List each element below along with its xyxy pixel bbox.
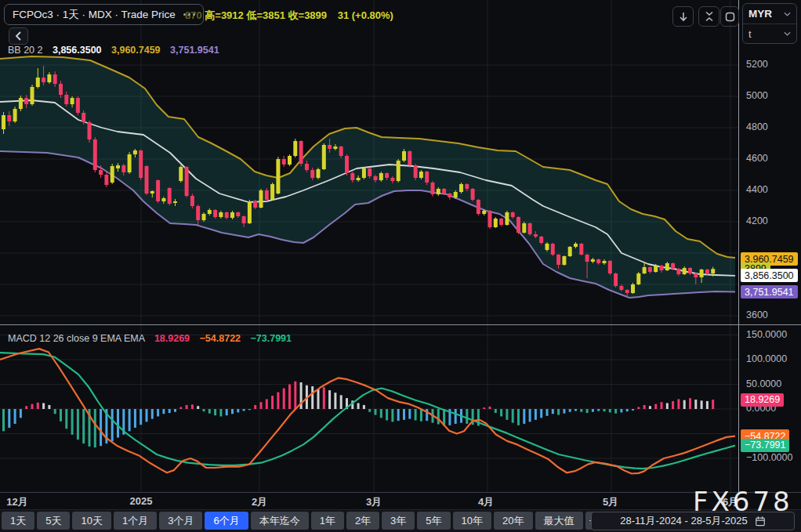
symbol-title[interactable]: FCPOc3 · 1天 · MDX · Trade Price <box>13 8 176 22</box>
macd-histogram-bar <box>140 409 142 425</box>
candle-body <box>385 173 389 178</box>
candle-body <box>42 78 45 82</box>
currency-dropdown[interactable]: MYR <box>743 4 796 24</box>
candle-body <box>431 183 435 194</box>
candle-body <box>248 201 252 223</box>
ohlc-values: 870 高=3912 低=3851 收=3899 <box>185 9 327 21</box>
candle-body <box>368 168 372 176</box>
range-button-6个月[interactable]: 6个月 <box>205 512 248 530</box>
macd-legend-label: MACD 12 26 close 9 EMA EMA <box>8 333 144 344</box>
candle-body <box>694 273 698 277</box>
range-button-最大值[interactable]: 最大值 <box>535 512 583 530</box>
time-axis-label[interactable]: 2025 <box>130 495 153 507</box>
time-axis[interactable]: 12月20252月3月4月5月6月 <box>0 493 801 509</box>
collapse-pane-button[interactable] <box>698 6 719 27</box>
time-axis-label[interactable]: 4月 <box>478 495 494 509</box>
candle-body <box>111 166 114 183</box>
candle-body <box>465 184 469 189</box>
macd-histogram-bar <box>25 406 27 409</box>
macd-histogram-bar <box>614 409 617 414</box>
candle-body <box>402 151 406 161</box>
macd-histogram-bar <box>512 409 514 423</box>
bb-legend-label: BB 20 2 <box>8 45 42 56</box>
candle-body <box>705 270 709 273</box>
candle-body <box>556 255 560 265</box>
macd-histogram-bar <box>368 409 371 412</box>
macd-histogram-bar <box>111 409 114 441</box>
macd-histogram-bar <box>203 409 205 411</box>
range-button-3年[interactable]: 3年 <box>382 512 415 530</box>
candle-body <box>636 273 640 284</box>
price-axis[interactable]: 5200500048004600440042003600150.0000100.… <box>739 0 801 492</box>
range-button-20年[interactable]: 20年 <box>494 512 532 530</box>
candle-body <box>442 189 446 194</box>
range-button-5天[interactable]: 5天 <box>37 512 70 530</box>
candle-body <box>459 184 463 192</box>
time-axis-label[interactable]: 12月 <box>6 495 27 509</box>
macd-histogram-bar <box>580 409 582 412</box>
candle-body <box>53 74 57 84</box>
macd-pane-chart[interactable] <box>0 325 738 492</box>
macd-histogram-bar <box>2 409 5 431</box>
range-button-1个月[interactable]: 1个月 <box>114 512 157 530</box>
macd-histogram-bar <box>197 406 199 409</box>
macd-histogram-value: 18.9269 <box>154 333 190 344</box>
macd-histogram-bar <box>420 409 422 422</box>
candle-body <box>225 212 229 218</box>
range-button-1年[interactable]: 1年 <box>311 512 344 530</box>
macd-histogram-bar <box>643 405 646 409</box>
candle-body <box>562 256 566 265</box>
candle-body <box>591 259 595 262</box>
pane-divider[interactable] <box>0 324 801 325</box>
candle-body <box>419 172 423 178</box>
macd-histogram-bar <box>609 409 611 412</box>
unit-dropdown[interactable]: t <box>743 24 796 43</box>
macd-line-value: −54.8722 <box>200 333 241 344</box>
price-badge: 3,751.9541 <box>741 285 798 299</box>
range-button-2年[interactable]: 2年 <box>346 512 379 530</box>
macd-histogram-bar <box>271 396 274 409</box>
macd-histogram-bar <box>415 409 417 420</box>
macd-histogram-bar <box>586 409 589 413</box>
candle-body <box>505 212 509 225</box>
macd-histogram-bar <box>506 409 508 420</box>
candle-body <box>711 269 715 273</box>
macd-signal-line <box>0 353 735 469</box>
macd-histogram-bar <box>169 409 171 413</box>
macd-histogram-bar <box>157 409 159 416</box>
macd-histogram-bar <box>637 407 640 409</box>
bb-legend[interactable]: BB 20 2 3,856.3500 3,960.7459 3,751.9541 <box>8 45 219 56</box>
candle-body <box>2 115 5 129</box>
range-button-5年[interactable]: 5年 <box>417 512 450 530</box>
time-axis-label[interactable]: 5月 <box>603 495 618 509</box>
candle-body <box>150 191 154 194</box>
candle-body <box>511 212 515 217</box>
candle-body <box>236 212 240 216</box>
range-button-1天[interactable]: 1天 <box>2 512 34 530</box>
candle-body <box>608 261 612 273</box>
macd-histogram-bar <box>466 409 468 424</box>
candle-body <box>488 211 492 227</box>
macd-histogram-bar <box>94 409 96 447</box>
back-button[interactable] <box>9 27 28 45</box>
range-button-本年迄今[interactable]: 本年迄今 <box>251 512 309 530</box>
time-axis-label[interactable]: 3月 <box>366 495 382 509</box>
range-button-10年[interactable]: 10年 <box>453 512 491 530</box>
candle-body <box>202 214 206 220</box>
price-tick-label: 5000 <box>746 90 768 101</box>
macd-histogram-bar <box>328 390 331 409</box>
range-button-3个月[interactable]: 3个月 <box>159 512 202 530</box>
maximize-pane-button[interactable] <box>720 6 739 27</box>
macd-histogram-bar <box>146 409 148 422</box>
candle-body <box>619 286 623 290</box>
range-button-10天[interactable]: 10天 <box>72 512 111 530</box>
more-options-icon[interactable] <box>182 12 197 17</box>
macd-histogram-bar <box>179 407 182 409</box>
time-axis-label[interactable]: 6月 <box>723 495 738 509</box>
macd-legend[interactable]: MACD 12 26 close 9 EMA EMA 18.9269 −54.8… <box>8 333 292 344</box>
date-range-picker[interactable]: 28-11月-2024 - 28-5月-2025 <box>591 512 795 530</box>
scroll-to-recent-button[interactable] <box>672 6 694 27</box>
symbol-box[interactable]: FCPOc3 · 1天 · MDX · Trade Price <box>4 4 204 25</box>
candle-body <box>437 189 440 194</box>
time-axis-label[interactable]: 2月 <box>252 495 267 509</box>
